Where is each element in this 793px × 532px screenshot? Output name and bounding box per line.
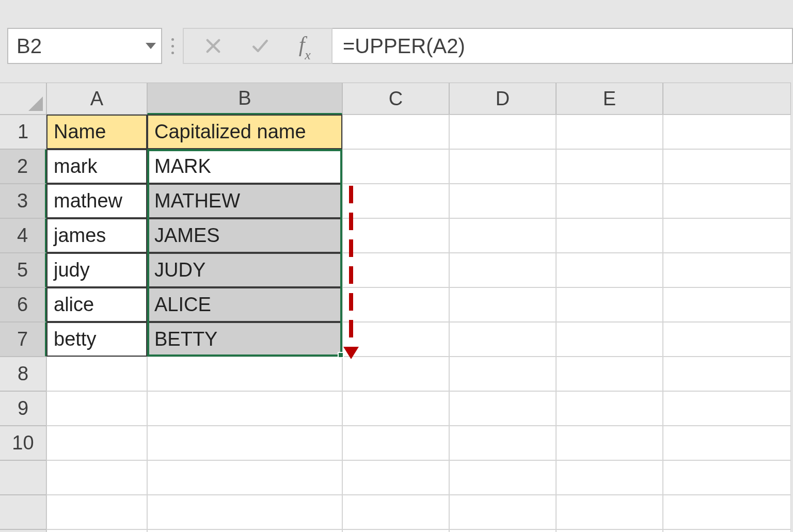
cell-F4[interactable]	[663, 218, 791, 253]
cell[interactable]	[46, 529, 147, 532]
row-header-2[interactable]: 2	[0, 149, 46, 184]
column-header-C[interactable]: C	[342, 83, 449, 115]
cell-A1[interactable]: Name	[46, 115, 147, 149]
cell[interactable]	[449, 460, 556, 495]
cell-A9[interactable]	[46, 391, 147, 426]
formula-input[interactable]: =UPPER(A2)	[332, 28, 793, 64]
cell-B9[interactable]	[147, 391, 342, 426]
cell-D4[interactable]	[449, 218, 556, 253]
cell-D9[interactable]	[449, 391, 556, 426]
cell[interactable]	[342, 460, 449, 495]
cell-B10[interactable]	[147, 426, 342, 460]
cell-B5[interactable]: JUDY	[147, 253, 342, 287]
cell-A6[interactable]: alice	[46, 287, 147, 322]
cell[interactable]	[342, 529, 449, 532]
cell-B6[interactable]: ALICE	[147, 287, 342, 322]
cell-E10[interactable]	[556, 426, 663, 460]
cell-E6[interactable]	[556, 287, 663, 322]
select-all-corner[interactable]	[0, 83, 46, 115]
cell-F9[interactable]	[663, 391, 791, 426]
cell-F6[interactable]	[663, 287, 791, 322]
cell-D7[interactable]	[449, 322, 556, 357]
cell-A8[interactable]	[46, 357, 147, 391]
row-header-3[interactable]: 3	[0, 184, 46, 218]
cell-E8[interactable]	[556, 357, 663, 391]
cell-D3[interactable]	[449, 184, 556, 218]
cell-A5[interactable]: judy	[46, 253, 147, 287]
name-box-dropdown-icon[interactable]	[146, 43, 156, 49]
cell-A2[interactable]: mark	[46, 149, 147, 184]
cell-B1[interactable]: Capitalized name	[147, 115, 342, 149]
cell-C1[interactable]	[342, 115, 449, 149]
formula-bar-resize-grip[interactable]	[162, 28, 183, 64]
row-header-4[interactable]: 4	[0, 218, 46, 253]
cell-F2[interactable]	[663, 149, 791, 184]
cell-D10[interactable]	[449, 426, 556, 460]
cell-F10[interactable]	[663, 426, 791, 460]
cell-E1[interactable]	[556, 115, 663, 149]
cell-E9[interactable]	[556, 391, 663, 426]
cell[interactable]	[46, 460, 147, 495]
row-header-6[interactable]: 6	[0, 287, 46, 322]
cell-B2[interactable]: MARK	[147, 149, 342, 184]
cancel-formula-icon[interactable]	[204, 37, 222, 55]
cell-B3[interactable]: MATHEW	[147, 184, 342, 218]
cell-B4[interactable]: JAMES	[147, 218, 342, 253]
cell[interactable]	[556, 460, 663, 495]
cell[interactable]	[663, 460, 791, 495]
row-header-8[interactable]: 8	[0, 357, 46, 391]
column-header-B[interactable]: B	[147, 83, 342, 115]
row-header-blank[interactable]	[0, 495, 46, 529]
column-header-A[interactable]: A	[46, 83, 147, 115]
cell-E2[interactable]	[556, 149, 663, 184]
cell[interactable]	[556, 529, 663, 532]
cell-F8[interactable]	[663, 357, 791, 391]
cell[interactable]	[147, 529, 342, 532]
row-header-10[interactable]: 10	[0, 426, 46, 460]
cell-F7[interactable]	[663, 322, 791, 357]
cell-B8[interactable]	[147, 357, 342, 391]
cell-E5[interactable]	[556, 253, 663, 287]
cell-C2[interactable]	[342, 149, 449, 184]
cell[interactable]	[556, 495, 663, 529]
cell[interactable]	[449, 495, 556, 529]
cell-A10[interactable]	[46, 426, 147, 460]
insert-function-icon[interactable]: fx	[299, 32, 311, 60]
column-header-D[interactable]: D	[449, 83, 556, 115]
cell[interactable]	[449, 529, 556, 532]
cell[interactable]	[663, 495, 791, 529]
column-header-E[interactable]: E	[556, 83, 663, 115]
cell-A7[interactable]: betty	[46, 322, 147, 357]
cell-F5[interactable]	[663, 253, 791, 287]
cell[interactable]	[663, 529, 791, 532]
row-header-9[interactable]: 9	[0, 391, 46, 426]
cell-E4[interactable]	[556, 218, 663, 253]
cell-E3[interactable]	[556, 184, 663, 218]
cell-D2[interactable]	[449, 149, 556, 184]
row-header-5[interactable]: 5	[0, 253, 46, 287]
cell-D8[interactable]	[449, 357, 556, 391]
cell-C9[interactable]	[342, 391, 449, 426]
cell-D6[interactable]	[449, 287, 556, 322]
cell-B7[interactable]: BETTY	[147, 322, 342, 357]
cell-F1[interactable]	[663, 115, 791, 149]
cell-A4[interactable]: james	[46, 218, 147, 253]
cell-C10[interactable]	[342, 426, 449, 460]
row-header-7[interactable]: 7	[0, 322, 46, 357]
row-header-1[interactable]: 1	[0, 115, 46, 149]
name-box[interactable]: B2	[7, 28, 162, 64]
cell[interactable]	[147, 495, 342, 529]
cell[interactable]	[147, 460, 342, 495]
cell[interactable]	[46, 495, 147, 529]
row-header-blank[interactable]	[0, 529, 46, 532]
cell[interactable]	[342, 495, 449, 529]
column-header-overflow[interactable]	[663, 83, 791, 115]
confirm-formula-icon[interactable]	[249, 37, 272, 55]
cell-D5[interactable]	[449, 253, 556, 287]
row-header-blank[interactable]	[0, 460, 46, 495]
cell-D1[interactable]	[449, 115, 556, 149]
cell-A3[interactable]: mathew	[46, 184, 147, 218]
cell-C8[interactable]	[342, 357, 449, 391]
cell-F3[interactable]	[663, 184, 791, 218]
cell-E7[interactable]	[556, 322, 663, 357]
